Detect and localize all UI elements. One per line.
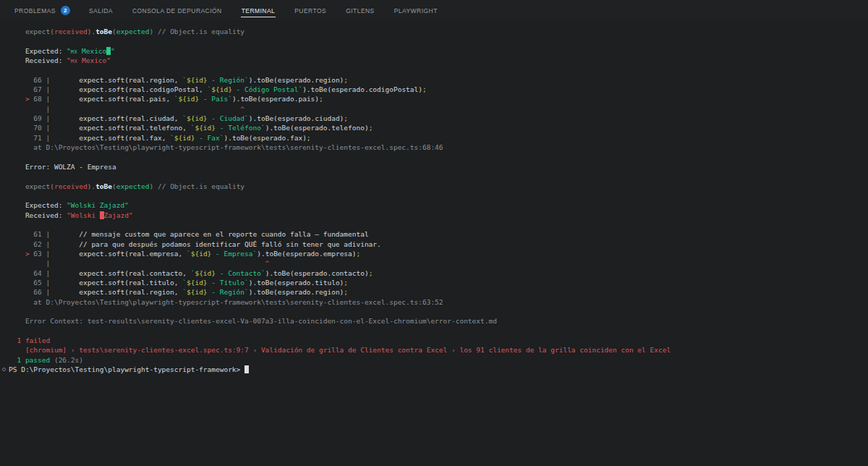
terminal-text-segment: ^	[50, 259, 269, 267]
terminal-text-segment: - Región`	[208, 288, 249, 296]
terminal-text-segment: ;	[357, 250, 361, 258]
terminal-text-segment: Zajazd"	[104, 211, 133, 219]
terminal-text-segment: ).toBe(esperado.fax)	[224, 134, 306, 142]
code-frame-line: 66 | expect.soft(real.region, `${id} - R…	[9, 75, 868, 85]
terminal-text-segment: - Contacto`	[216, 269, 265, 277]
fail-summary-line: 1 failed	[9, 336, 868, 345]
code-frame-line: 70 | expect.soft(real.telefono, `${id} -…	[9, 123, 868, 132]
tab-gitlens-label: GITLENS	[345, 4, 375, 17]
code-frame-line: 65 | expect.soft(real.titulo, `${id} - T…	[9, 278, 868, 287]
terminal-text-segment: expect.soft(real.titulo,	[54, 279, 182, 287]
terminal-text-segment: (26.2s)	[50, 356, 83, 364]
terminal-text-segment: ).toBe(esperado.telefono)	[265, 124, 369, 132]
code-frame-line: 71 | expect.soft(real.fax, `${id} - Fax`…	[9, 133, 868, 143]
terminal-text-segment: ;	[344, 76, 348, 84]
terminal-text-segment: 67 |	[9, 85, 54, 93]
terminal-text-segment: ${id}	[195, 124, 216, 132]
expected-line: Expected: "MX Mexico "	[9, 46, 868, 56]
tab-terminal[interactable]: TERMINAL	[241, 0, 276, 20]
received-line: Received: "Wolski Zajazd"	[9, 211, 868, 220]
terminal-text-segment: expect.soft(real.ciudad,	[54, 114, 182, 122]
terminal-text-segment: at D:\Proyectos\Testing\playwright-types…	[9, 143, 443, 151]
tab-terminal-label: TERMINAL	[241, 4, 276, 17]
terminal-text-segment: 66 |	[9, 76, 54, 84]
terminal-text-segment: received	[54, 182, 88, 190]
caret-line: | ^	[9, 258, 868, 268]
terminal-text-segment: ${id}	[195, 269, 216, 277]
terminal-text-segment: |	[9, 259, 50, 267]
terminal-text-segment: ;	[369, 269, 373, 277]
terminal-text-segment: - Empresa`	[211, 250, 257, 258]
terminal-text-segment: Received:	[9, 211, 67, 219]
blank-line	[9, 152, 868, 161]
terminal-text-segment: 62 |	[9, 240, 54, 248]
terminal-text-segment: ).toBe(esperado.codigoPostal)	[302, 85, 422, 93]
terminal-text-segment: 71 |	[9, 134, 54, 142]
terminal-text-segment: ).toBe(esperado.region)	[249, 288, 344, 296]
terminal-text-segment: - Código Postal`	[232, 85, 302, 93]
terminal-text-segment: "Wolski	[67, 211, 100, 219]
terminal-text-segment: ${id}	[187, 114, 208, 122]
terminal-text-segment: MX	[71, 59, 77, 64]
terminal-text-segment: Mexico"	[77, 56, 111, 64]
blank-line	[9, 65, 868, 75]
command-decoration-icon[interactable]	[2, 368, 6, 371]
terminal-text-segment: ).toBe(esperado.region)	[249, 76, 344, 84]
terminal-text-segment: expected	[116, 27, 150, 35]
tab-salida[interactable]: SALIDA	[88, 0, 114, 20]
terminal-text-segment: - Fax`	[195, 134, 224, 142]
tab-playwright[interactable]: PLAYWRIGHT	[393, 0, 438, 20]
terminal-text-segment: expect.soft(real.empresa,	[54, 250, 187, 258]
terminal-text-segment: ;	[344, 279, 348, 287]
terminal-text-segment: ).toBe(esperado.contacto)	[265, 269, 369, 277]
tab-problemas[interactable]: PROBLEMAS2	[14, 0, 70, 20]
caret-line: | ^	[9, 104, 868, 114]
terminal-text-segment: "	[111, 47, 115, 55]
terminal-text-segment: ^	[50, 105, 244, 113]
terminal-text-segment: expected	[116, 182, 150, 190]
code-frame-line: 67 | expect.soft(real.codigoPostal, `${i…	[9, 85, 868, 94]
terminal-text-segment: - Título`	[208, 279, 249, 287]
terminal-text-segment: 66 |	[9, 288, 54, 296]
blank-line	[9, 191, 868, 200]
code-frame-line-failing: > 63 | expect.soft(real.empresa, `${id} …	[9, 249, 868, 258]
test-location-line: [chromium] › tests\serenity-clientes-exc…	[9, 345, 868, 355]
terminal-text-segment: - Región`	[208, 76, 249, 84]
terminal-text-segment: [chromium] › tests\serenity-clientes-exc…	[9, 346, 671, 354]
problems-count-badge: 2	[61, 6, 70, 15]
code-frame-line: 62 | // para que después podamos identif…	[9, 240, 868, 249]
tab-gitlens[interactable]: GITLENS	[345, 0, 375, 20]
tab-playwright-label: PLAYWRIGHT	[393, 4, 438, 17]
terminal-text-segment: Error: WOLZA - Empresa	[9, 163, 116, 171]
tab-puertos[interactable]: PUERTOS	[294, 0, 327, 20]
terminal-text-segment: ).	[88, 182, 95, 190]
terminal-text-segment: - Teléfono`	[216, 124, 265, 132]
terminal-text-segment: Expected:	[9, 201, 67, 209]
terminal-text-segment: MX	[71, 49, 77, 55]
terminal-text-segment	[9, 250, 25, 258]
terminal-text-segment: received	[54, 27, 88, 35]
code-frame-line: 66 | expect.soft(real.region, `${id} - R…	[9, 287, 868, 297]
terminal-text-segment: ;	[369, 124, 373, 132]
error-title-line: Error: WOLZA - Empresa	[9, 162, 868, 171]
terminal-text-segment: toBe	[95, 27, 112, 35]
prompt-line: PS D:\Proyectos\Testing\playwright-types…	[9, 365, 868, 374]
terminal-text-segment: 70 |	[9, 124, 54, 132]
terminal-text-segment: 69 |	[9, 114, 54, 122]
terminal-text-segment: ${id}	[187, 76, 208, 84]
terminal-text-segment: ;	[307, 134, 311, 142]
blank-line	[9, 220, 868, 229]
terminal-text-segment: expect.soft(real.telefono,	[54, 124, 191, 132]
terminal-text-segment: 65 |	[9, 279, 54, 287]
tab-consola-de-depuracion[interactable]: CONSOLA DE DEPURACIÓN	[132, 0, 223, 20]
terminal-text-segment: ).toBe(esperado.ciudad)	[249, 114, 344, 122]
panel-tab-bar: PROBLEMAS2SALIDACONSOLA DE DEPURACIÓNTER…	[0, 0, 868, 20]
jest-matcher-hint-line: expect(received).toBe(expected) // Objec…	[9, 27, 868, 36]
stack-trace-line: at D:\Proyectos\Testing\playwright-types…	[9, 143, 868, 152]
terminal-text-segment	[9, 95, 25, 103]
code-frame-line: 61 | // mensaje custom que aparece en el…	[9, 229, 868, 239]
tab-salida-label: SALIDA	[88, 4, 114, 17]
terminal-output[interactable]: expect(received).toBe(expected) // Objec…	[0, 20, 868, 374]
terminal-text-segment: 68 |	[30, 95, 54, 103]
terminal-text-segment: ;	[422, 85, 427, 93]
